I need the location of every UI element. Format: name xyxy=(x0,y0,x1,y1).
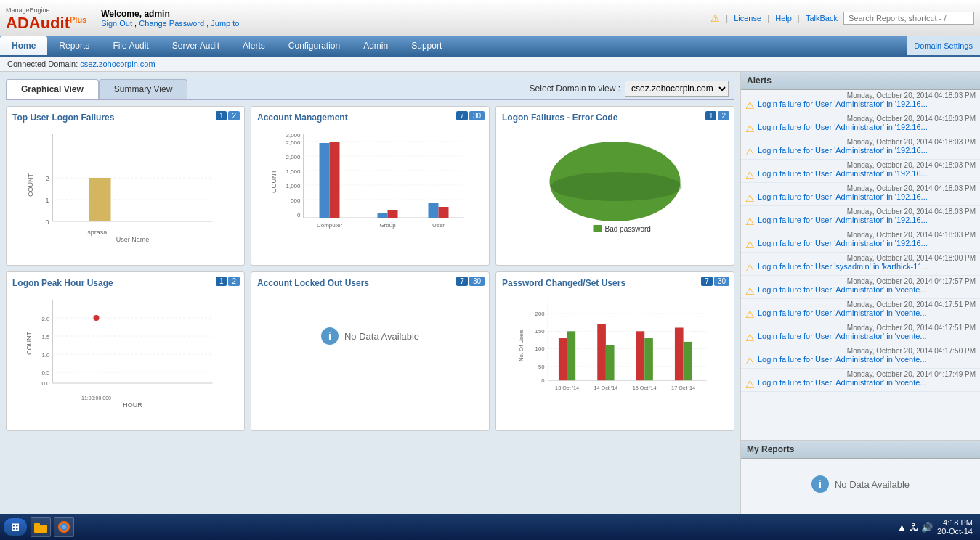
welcome-text: Welcome, xyxy=(101,9,142,19)
jump-to-link[interactable]: Jump to xyxy=(211,19,239,28)
alert-time: Monday, October 20, 2014 04:18:03 PM xyxy=(745,161,976,169)
password-changed-nav-30[interactable]: 30 xyxy=(714,277,729,286)
start-button[interactable]: ⊞ xyxy=(3,518,28,528)
account-locked-nav-30[interactable]: 30 xyxy=(469,277,485,286)
logon-peak-nav-2[interactable]: 2 xyxy=(228,277,240,286)
domain-settings[interactable]: Domain Settings xyxy=(907,36,980,55)
svg-rect-80 xyxy=(34,523,40,525)
tab-summary[interactable]: Summary View xyxy=(99,79,187,99)
nav-server-audit[interactable]: Server Audit xyxy=(161,36,231,55)
account-locked-nav-7[interactable]: 7 xyxy=(456,277,468,286)
main-content: Graphical View Summary View Select Domai… xyxy=(0,72,980,528)
clock-date: 20-Oct-14 xyxy=(937,527,973,528)
top-user-logon-failures-title: Top User Logon Failures xyxy=(12,112,238,123)
alert-warning-icon: ⚠ xyxy=(745,239,755,250)
alert-item: Monday, October 20, 2014 04:17:51 PM ⚠ L… xyxy=(741,299,980,322)
nav-support[interactable]: Support xyxy=(400,36,453,55)
svg-text:COUNT: COUNT xyxy=(270,170,278,193)
connected-domain-value: csez.zohocorpin.com xyxy=(80,60,155,68)
logo-main: ADAuditPlus xyxy=(6,15,86,31)
svg-rect-72 xyxy=(675,327,684,380)
password-changed-nav-7[interactable]: 7 xyxy=(701,277,713,286)
svg-rect-70 xyxy=(636,331,645,380)
alert-time: Monday, October 20, 2014 04:17:49 PM xyxy=(745,370,976,378)
tabs-domain-row: Graphical View Summary View Select Domai… xyxy=(6,78,734,100)
tab-graphical[interactable]: Graphical View xyxy=(6,79,99,99)
domain-selector-dropdown[interactable]: csez.zohocorpin.com xyxy=(625,81,729,97)
svg-point-37 xyxy=(551,172,682,201)
taskbar-browser-icon[interactable] xyxy=(54,517,74,528)
search-input[interactable] xyxy=(843,12,974,25)
help-link[interactable]: Help xyxy=(775,14,792,22)
svg-text:2.0: 2.0 xyxy=(41,316,50,322)
alert-warning-icon: ⚠ xyxy=(745,146,755,158)
svg-text:Computer: Computer xyxy=(317,222,342,229)
alert-message[interactable]: ⚠ Login failure for User 'Administrator'… xyxy=(745,123,976,134)
svg-rect-38 xyxy=(594,225,602,232)
alert-message[interactable]: ⚠ Login failure for User 'Administrator'… xyxy=(745,146,976,158)
alert-message[interactable]: ⚠ Login failure for User 'Administrator'… xyxy=(745,308,976,320)
alert-warning-icon: ⚠ xyxy=(745,169,755,181)
nav-home[interactable]: Home xyxy=(0,36,47,55)
alert-message[interactable]: ⚠ Login failure for User 'Administrator'… xyxy=(745,99,976,111)
svg-text:1.5: 1.5 xyxy=(41,334,50,340)
nav-file-audit[interactable]: File Audit xyxy=(101,36,160,55)
alert-message[interactable]: ⚠ Login failure for User 'Administrator'… xyxy=(745,332,976,343)
svg-text:14 Oct '14: 14 Oct '14 xyxy=(594,385,617,391)
alert-message[interactable]: ⚠ Login failure for User 'Administrator'… xyxy=(745,169,976,181)
alert-time: Monday, October 20, 2014 04:18:03 PM xyxy=(745,115,976,123)
clock-time: 4:18 PM xyxy=(937,518,973,527)
no-data-text-locked: No Data Available xyxy=(344,331,419,342)
alert-text: Login failure for User 'Administrator' i… xyxy=(758,355,927,364)
alert-text: Login failure for User 'Administrator' i… xyxy=(758,146,928,155)
logon-failures-nav-2[interactable]: 2 xyxy=(228,111,240,120)
nav-alerts[interactable]: Alerts xyxy=(231,36,277,55)
nav-configuration[interactable]: Configuration xyxy=(277,36,352,55)
svg-rect-29 xyxy=(388,210,398,218)
alert-message[interactable]: ⚠ Login failure for User 'Administrator'… xyxy=(745,216,976,227)
svg-rect-66 xyxy=(559,338,567,380)
alert-text: Login failure for User 'Administrator' i… xyxy=(758,239,928,248)
svg-rect-31 xyxy=(439,207,449,218)
alert-time: Monday, October 20, 2014 04:18:03 PM xyxy=(745,138,976,146)
sign-out-link[interactable]: Sign Out xyxy=(101,19,132,28)
svg-text:COUNT: COUNT xyxy=(25,332,33,355)
alert-message[interactable]: ⚠ Login failure for User 'Administrator'… xyxy=(745,355,976,367)
alert-message[interactable]: ⚠ Login failure for User 'Administrator'… xyxy=(745,192,976,204)
svg-rect-69 xyxy=(606,345,615,380)
talk-back-link[interactable]: TalkBack xyxy=(806,14,838,22)
account-mgmt-nav-30[interactable]: 30 xyxy=(469,111,485,120)
logon-failures-error-nav-2[interactable]: 2 xyxy=(718,111,729,120)
my-reports-header: My Reports xyxy=(741,441,980,459)
alert-item: Monday, October 20, 2014 04:18:03 PM ⚠ L… xyxy=(741,206,980,229)
svg-text:1.0: 1.0 xyxy=(41,352,50,359)
username: admin xyxy=(144,9,169,19)
alert-message[interactable]: ⚠ Login failure for User 'sysadmin' in '… xyxy=(745,262,976,274)
svg-text:50: 50 xyxy=(538,364,545,370)
alert-text: Login failure for User 'Administrator' i… xyxy=(758,308,927,317)
user-links[interactable]: Sign Out , Change Password , Jump to xyxy=(101,19,239,28)
alert-message[interactable]: ⚠ Login failure for User 'Administrator'… xyxy=(745,239,976,250)
alerts-list: Monday, October 20, 2014 04:18:03 PM ⚠ L… xyxy=(741,90,980,392)
nav-admin[interactable]: Admin xyxy=(352,36,400,55)
password-changed-chart: 0 50 100 150 200 xyxy=(502,292,728,409)
alert-message[interactable]: ⚠ Login failure for User 'Administrator'… xyxy=(745,378,976,390)
logon-failures-error-nav-1[interactable]: 1 xyxy=(705,111,717,120)
logon-failures-nav: 1 2 xyxy=(216,111,240,120)
alert-time: Monday, October 20, 2014 04:18:03 PM xyxy=(745,91,976,99)
svg-text:HOUR: HOUR xyxy=(123,401,142,409)
change-password-link[interactable]: Change Password xyxy=(139,19,204,28)
account-locked-no-data: i No Data Available xyxy=(257,292,483,380)
logon-failures-nav-1[interactable]: 1 xyxy=(216,111,227,120)
svg-text:500: 500 xyxy=(291,197,301,204)
license-link[interactable]: License xyxy=(734,14,761,22)
svg-text:1,500: 1,500 xyxy=(286,168,301,175)
logon-peak-nav-1[interactable]: 1 xyxy=(216,277,227,286)
account-mgmt-nav-7[interactable]: 7 xyxy=(456,111,468,120)
taskbar-folder-icon[interactable] xyxy=(31,517,51,528)
alert-message[interactable]: ⚠ Login failure for User 'Administrator'… xyxy=(745,285,976,297)
svg-text:Bad password: Bad password xyxy=(605,225,651,233)
alert-item: Monday, October 20, 2014 04:17:51 PM ⚠ L… xyxy=(741,322,980,345)
account-management-chart: 0 500 1,000 1,500 2,000 2,500 3,000 xyxy=(257,127,483,243)
nav-reports[interactable]: Reports xyxy=(47,36,101,55)
